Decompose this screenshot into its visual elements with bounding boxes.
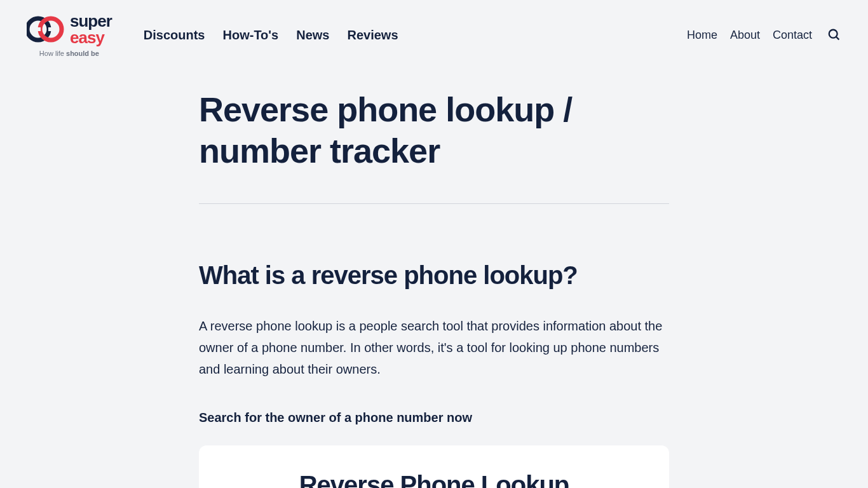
svg-rect-2 [36,27,41,31]
nav-primary: Discounts How-To's News Reviews [144,28,398,43]
svg-point-4 [829,30,837,38]
page-title: Reverse phone lookup / number tracker [199,89,669,172]
nav-contact[interactable]: Contact [773,29,812,42]
logo-main: super easy [27,13,112,46]
site-logo[interactable]: super easy How life should be [27,13,112,57]
nav-reviews[interactable]: Reviews [347,28,398,43]
logo-text-top: super [70,13,112,29]
search-subheading: Search for the owner of a phone number n… [199,410,669,425]
main-content: Reverse phone lookup / number tracker Wh… [199,70,669,488]
divider [199,203,669,204]
nav-discounts[interactable]: Discounts [144,28,205,43]
search-icon[interactable] [827,28,841,42]
logo-text-bottom: easy [70,29,112,46]
section-heading: What is a reverse phone lookup? [199,261,669,290]
nav-news[interactable]: News [296,28,329,43]
card-title: Reverse Phone Lookup [224,471,644,488]
nav-howtos[interactable]: How-To's [223,28,279,43]
site-header: super easy How life should be Discounts … [0,0,868,70]
header-left: super easy How life should be Discounts … [27,13,398,57]
logo-icon [27,14,65,44]
lookup-card: Reverse Phone Lookup Get Owner's Name, A… [199,445,669,488]
header-right: Home About Contact [687,28,841,42]
nav-about[interactable]: About [730,29,760,42]
body-text: A reverse phone lookup is a people searc… [199,315,669,380]
logo-text: super easy [70,13,112,46]
nav-secondary: Home About Contact [687,29,812,42]
svg-line-5 [836,37,839,40]
logo-tagline: How life should be [39,50,99,57]
nav-home[interactable]: Home [687,29,717,42]
svg-rect-3 [48,27,53,31]
